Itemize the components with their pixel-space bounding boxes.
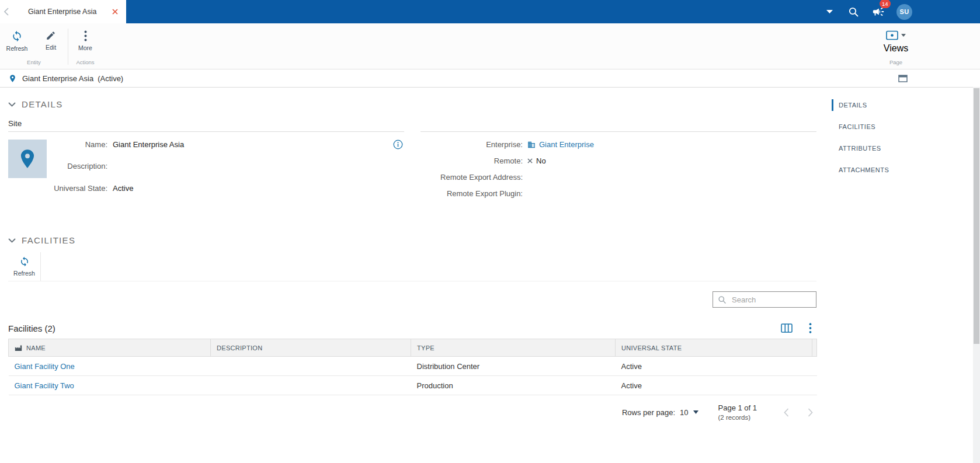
remote-label: Remote: <box>421 156 523 166</box>
global-search-button[interactable] <box>848 6 859 18</box>
cell-description <box>211 376 411 395</box>
entity-title: Giant Enterprise Asia <box>22 74 93 83</box>
facilities-search-input[interactable] <box>731 295 811 305</box>
facilities-section-header[interactable]: FACILITIES <box>8 235 816 245</box>
topbar: Giant Enterprise Asia 14 SU <box>0 0 980 23</box>
records-label: (2 records) <box>718 414 757 421</box>
tab-strip: Giant Enterprise Asia <box>0 0 126 23</box>
column-header-universal-state[interactable]: UNIVERSAL STATE <box>616 339 812 357</box>
column-header-filler <box>812 339 817 357</box>
enterprise-link[interactable]: Giant Enterprise <box>539 140 594 149</box>
column-header-type[interactable]: TYPE <box>411 339 616 357</box>
toolbar-group-entity: Refresh Edit Entity <box>0 23 68 69</box>
nav-item-details[interactable]: DETAILS <box>832 99 913 111</box>
chevron-left-icon <box>4 8 9 16</box>
chevron-down-icon <box>8 238 16 243</box>
remote-value: No <box>527 156 594 166</box>
details-section: DETAILS Site Name: Giant Enterprise Asia… <box>0 88 825 199</box>
entity-header: Giant Enterprise Asia (Active) <box>0 70 980 88</box>
facilities-list-header: Facilities (2) <box>8 323 816 333</box>
name-value: Giant Enterprise Asia <box>113 140 184 149</box>
name-label: Name: <box>49 140 107 149</box>
facilities-section-title: FACILITIES <box>22 235 75 245</box>
refresh-button[interactable]: Refresh <box>0 26 34 59</box>
remote-export-plugin-label: Remote Export Plugin: <box>421 189 523 199</box>
vertical-scrollbar[interactable] <box>973 87 980 463</box>
nav-item-attributes[interactable]: ATTRIBUTES <box>832 142 913 154</box>
info-button[interactable] <box>393 140 403 149</box>
cell-name: Giant Facility One <box>9 357 211 376</box>
location-pin-icon <box>16 148 39 170</box>
main-content: DETAILS Site Name: Giant Enterprise Asia… <box>0 88 825 421</box>
details-right-column: Enterprise: Giant Enterprise Remote: No … <box>421 131 816 199</box>
chevron-right-icon <box>808 408 813 417</box>
enterprise-fields: Enterprise: Giant Enterprise Remote: No … <box>421 140 594 199</box>
avatar[interactable]: SU <box>896 4 912 20</box>
facilities-list-title: Facilities (2) <box>8 323 55 333</box>
cell-filler <box>812 376 817 395</box>
scrollbar-thumb[interactable] <box>974 88 979 344</box>
previous-page-button[interactable] <box>784 408 789 417</box>
views-button[interactable]: Views <box>877 26 915 59</box>
table-row: Giant Facility One Distribution Center A… <box>9 357 817 376</box>
search-icon <box>718 295 727 304</box>
details-left-column: Name: Giant Enterprise Asia Description:… <box>8 131 404 199</box>
views-icon <box>886 30 898 40</box>
cell-universal-state: Active <box>616 376 812 395</box>
notifications-button[interactable]: 14 <box>872 5 885 18</box>
details-section-title: DETAILS <box>22 99 63 109</box>
tab-scroll-left-button[interactable] <box>0 0 13 23</box>
more-label: More <box>78 44 92 51</box>
more-button[interactable]: More <box>68 26 102 59</box>
x-mark-icon <box>527 158 533 163</box>
column-chooser-button[interactable] <box>781 323 793 333</box>
cell-filler <box>812 357 817 376</box>
toolbar-group-page: Views Page <box>877 23 915 69</box>
facility-link[interactable]: Giant Facility One <box>15 362 75 371</box>
section-nav: DETAILS FACILITIES ATTRIBUTES ATTACHMENT… <box>832 99 913 186</box>
universal-state-label: Universal State: <box>49 183 107 193</box>
chevron-left-icon <box>784 408 789 417</box>
cell-type: Production <box>411 376 616 395</box>
group-caption-actions: Actions <box>68 59 102 69</box>
facilities-section: FACILITIES Refresh Facilities (2) <box>0 199 825 421</box>
facilities-refresh-button[interactable]: Refresh <box>8 252 41 281</box>
facility-link[interactable]: Giant Facility Two <box>15 381 74 390</box>
search-icon <box>848 6 859 18</box>
close-icon <box>112 9 118 15</box>
vertical-dots-icon <box>84 30 87 41</box>
tab-title: Giant Enterprise Asia <box>28 8 110 16</box>
cell-description <box>211 357 411 376</box>
rows-per-page-label: Rows per page: <box>622 408 675 417</box>
tab-list-dropdown-button[interactable] <box>826 10 833 13</box>
rows-per-page-control[interactable]: Rows per page: 10 <box>622 408 698 417</box>
nav-item-attachments[interactable]: ATTACHMENTS <box>832 164 913 176</box>
grid-menu-button[interactable] <box>809 323 812 333</box>
table-header-row: NAME DESCRIPTION TYPE UNIVERSAL STATE <box>9 339 817 357</box>
popup-window-icon <box>898 75 908 82</box>
tab-close-button[interactable] <box>110 7 120 16</box>
document-tab[interactable]: Giant Enterprise Asia <box>13 0 126 23</box>
next-page-button[interactable] <box>808 408 813 417</box>
nav-item-facilities[interactable]: FACILITIES <box>832 121 913 133</box>
site-fields: Name: Giant Enterprise Asia Description:… <box>49 140 184 199</box>
notification-badge: 14 <box>880 0 891 8</box>
column-header-description[interactable]: DESCRIPTION <box>211 339 411 357</box>
toolbar-group-actions: More Actions <box>68 23 102 69</box>
page-info: Page 1 of 1 (2 records) <box>718 403 757 421</box>
column-header-name[interactable]: NAME <box>9 339 211 357</box>
facilities-toolbar: Refresh <box>8 252 816 281</box>
page-label: Page 1 of 1 <box>718 403 757 412</box>
open-in-window-button[interactable] <box>898 75 908 82</box>
vertical-dots-icon <box>809 323 812 333</box>
refresh-icon <box>19 256 30 267</box>
description-label: Description: <box>49 161 107 171</box>
facilities-pagination: Rows per page: 10 Page 1 of 1 (2 records… <box>8 403 816 421</box>
remote-value-text: No <box>536 156 546 166</box>
cell-name: Giant Facility Two <box>9 376 211 395</box>
edit-button[interactable]: Edit <box>34 26 68 59</box>
universal-state-value: Active <box>113 183 184 193</box>
facilities-search-box <box>713 291 816 308</box>
details-section-header[interactable]: DETAILS <box>8 99 816 109</box>
entity-status: (Active) <box>98 74 123 83</box>
